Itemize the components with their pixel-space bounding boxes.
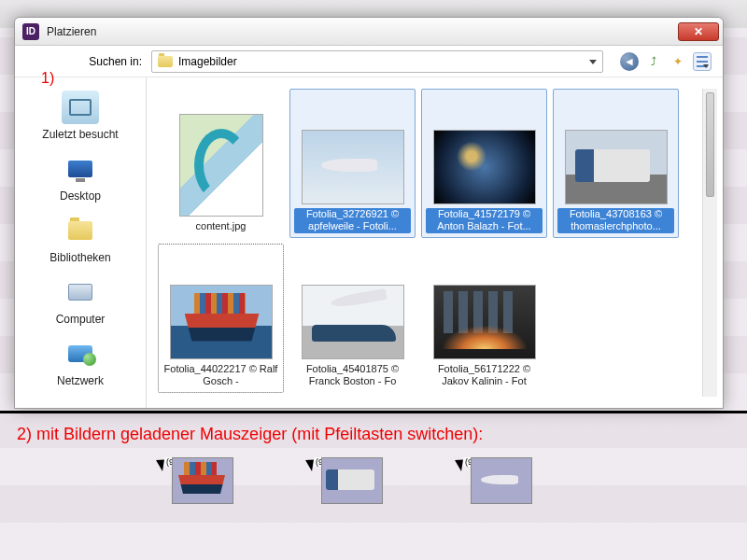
location-toolbar: Suchen in: Imagebilder ◄ ⤴ ✦ bbox=[15, 46, 723, 77]
up-one-level-button[interactable]: ⤴ bbox=[644, 52, 663, 71]
sidebar-item-libs[interactable]: Bibliotheken bbox=[19, 210, 142, 268]
places-sidebar: Zuletzt besucht Desktop Bibliotheken Com… bbox=[15, 77, 146, 408]
sidebar-item-label: Bibliotheken bbox=[19, 251, 142, 264]
sidebar-item-desktop[interactable]: Desktop bbox=[19, 148, 142, 206]
app-icon: ID bbox=[22, 23, 39, 40]
sidebar-item-comp[interactable]: Computer bbox=[19, 272, 142, 329]
loaded-cursor-preview: (9) bbox=[458, 457, 532, 504]
cursor-thumbnail bbox=[471, 457, 532, 504]
back-button[interactable]: ◄ bbox=[620, 52, 639, 71]
close-icon: ✕ bbox=[694, 25, 703, 38]
file-item[interactable]: Fotolia_45401875 © Franck Boston - Fo bbox=[289, 244, 416, 393]
cursor-thumbnail bbox=[321, 457, 383, 504]
titlebar[interactable]: ID Platzieren ✕ bbox=[15, 18, 723, 46]
desktop-icon bbox=[62, 152, 99, 186]
sidebar-item-label: Netzwerk bbox=[19, 374, 142, 387]
comp-icon bbox=[62, 275, 99, 309]
file-thumbnail bbox=[302, 130, 404, 204]
file-thumbnail bbox=[565, 130, 668, 204]
annotation-2: 2) mit Bildern geladener Mauszeiger (mit… bbox=[17, 425, 483, 444]
cursor-examples: (9) (9) (9) bbox=[159, 457, 532, 504]
file-thumbnail bbox=[302, 285, 404, 359]
file-area: content.jpg Fotolia_32726921 © apfelweil… bbox=[146, 77, 723, 408]
view-menu-button[interactable] bbox=[693, 52, 712, 71]
cursor-thumbnail bbox=[172, 457, 233, 504]
folder-name: Imagebilder bbox=[178, 55, 237, 68]
file-name: Fotolia_43708163 © thomaslerchphoto... bbox=[557, 208, 674, 234]
folder-icon bbox=[158, 56, 173, 67]
close-button[interactable]: ✕ bbox=[678, 22, 719, 41]
file-item[interactable]: content.jpg bbox=[158, 89, 284, 238]
file-name: Fotolia_45401875 © Franck Boston - Fo bbox=[294, 363, 411, 389]
file-thumbnail bbox=[170, 285, 273, 359]
file-name: Fotolia_44022217 © Ralf Gosch - bbox=[162, 363, 279, 389]
libs-icon bbox=[62, 214, 99, 247]
loaded-cursor-preview: (9) bbox=[308, 457, 383, 504]
section-divider bbox=[0, 411, 747, 413]
sidebar-item-label: Zuletzt besucht bbox=[19, 128, 142, 141]
file-item[interactable]: Fotolia_43708163 © thomaslerchphoto... bbox=[553, 89, 679, 238]
nav-icon-group: ◄ ⤴ ✦ bbox=[620, 52, 712, 71]
dialog-title: Platzieren bbox=[47, 25, 678, 38]
chevron-down-icon bbox=[589, 60, 597, 64]
file-name: content.jpg bbox=[162, 220, 279, 233]
file-item[interactable]: Fotolia_44022217 © Ralf Gosch - bbox=[158, 244, 284, 393]
file-item[interactable]: Fotolia_32726921 © apfelweile - Fotoli..… bbox=[289, 89, 416, 238]
place-dialog: ID Platzieren ✕ Suchen in: Imagebilder ◄… bbox=[14, 17, 724, 409]
sidebar-item-label: Desktop bbox=[19, 189, 142, 203]
search-in-label: Suchen in: bbox=[67, 55, 142, 68]
sidebar-item-net[interactable]: Netzwerk bbox=[19, 333, 142, 391]
dialog-body: Zuletzt besucht Desktop Bibliotheken Com… bbox=[15, 77, 723, 408]
file-thumbnail bbox=[433, 285, 536, 359]
folder-dropdown[interactable]: Imagebilder bbox=[151, 50, 603, 73]
net-icon bbox=[62, 337, 99, 371]
recent-icon bbox=[62, 91, 99, 124]
file-item[interactable]: Fotolia_56171222 © Jakov Kalinin - Fot bbox=[421, 244, 547, 393]
new-folder-button[interactable]: ✦ bbox=[669, 52, 687, 71]
file-thumbnail bbox=[433, 130, 536, 204]
file-name: Fotolia_56171222 © Jakov Kalinin - Fot bbox=[426, 363, 543, 389]
file-item[interactable]: Fotolia_41572179 © Anton Balazh - Fot... bbox=[421, 89, 547, 238]
file-name: Fotolia_41572179 © Anton Balazh - Fot... bbox=[426, 208, 543, 234]
file-name: Fotolia_32726921 © apfelweile - Fotoli..… bbox=[294, 208, 411, 234]
sidebar-item-recent[interactable]: Zuletzt besucht bbox=[19, 87, 142, 145]
file-thumbnail bbox=[179, 114, 263, 217]
loaded-cursor-preview: (9) bbox=[159, 457, 233, 504]
sidebar-item-label: Computer bbox=[19, 313, 142, 326]
annotation-1: 1) bbox=[41, 70, 54, 87]
file-grid: content.jpg Fotolia_32726921 © apfelweil… bbox=[158, 89, 702, 397]
scrollbar[interactable] bbox=[702, 89, 717, 397]
